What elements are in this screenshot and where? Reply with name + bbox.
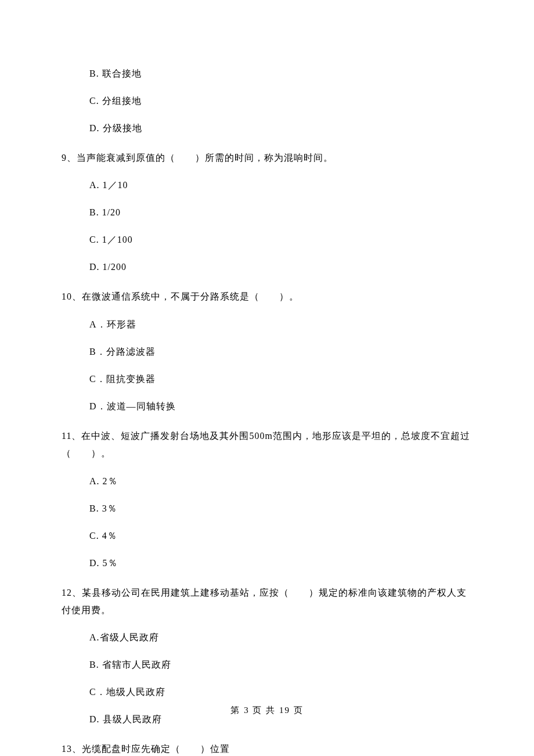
- option-8-B: B. 联合接地: [62, 67, 472, 81]
- option-9-C: C. 1／100: [62, 233, 472, 247]
- option-11-C: C. 4％: [62, 529, 472, 543]
- option-11-A: A. 2％: [62, 474, 472, 488]
- question-11-stem: 11、在中波、短波广播发射台场地及其外围500m范围内，地形应该是平坦的，总坡度…: [62, 427, 472, 463]
- question-10-options: A．环形器 B．分路滤波器 C．阻抗变换器 D．波道—同轴转换: [62, 318, 472, 413]
- option-9-A: A. 1／10: [62, 178, 472, 192]
- question-12-stem: 12、某县移动公司在民用建筑上建移动基站，应按（ ）规定的标准向该建筑物的产权人…: [62, 584, 472, 620]
- option-12-C: C．地级人民政府: [62, 685, 472, 699]
- option-9-D: D. 1/200: [62, 260, 472, 274]
- page-footer: 第 3 页 共 19 页: [0, 704, 534, 717]
- option-11-B: B. 3％: [62, 502, 472, 516]
- option-10-D: D．波道—同轴转换: [62, 399, 472, 413]
- option-8-C: C. 分组接地: [62, 94, 472, 108]
- question-10-stem: 10、在微波通信系统中，不属于分路系统是（ ）。: [62, 288, 472, 305]
- option-12-B: B. 省辖市人民政府: [62, 658, 472, 672]
- option-9-B: B. 1/20: [62, 206, 472, 219]
- question-9-stem: 9、当声能衰减到原值的（ ）所需的时间，称为混响时间。: [62, 149, 472, 167]
- option-8-D: D. 分级接地: [62, 121, 472, 135]
- option-11-D: D. 5％: [62, 556, 472, 570]
- question-8-partial-options: B. 联合接地 C. 分组接地 D. 分级接地: [62, 67, 472, 135]
- option-10-A: A．环形器: [62, 318, 472, 332]
- question-11-options: A. 2％ B. 3％ C. 4％ D. 5％: [62, 474, 472, 570]
- option-10-B: B．分路滤波器: [62, 345, 472, 359]
- question-9-options: A. 1／10 B. 1/20 C. 1／100 D. 1/200: [62, 178, 472, 274]
- question-13-stem: 13、光缆配盘时应先确定（ ）位置: [62, 740, 472, 756]
- option-10-C: C．阻抗变换器: [62, 372, 472, 386]
- option-12-A: A.省级人民政府: [62, 631, 472, 645]
